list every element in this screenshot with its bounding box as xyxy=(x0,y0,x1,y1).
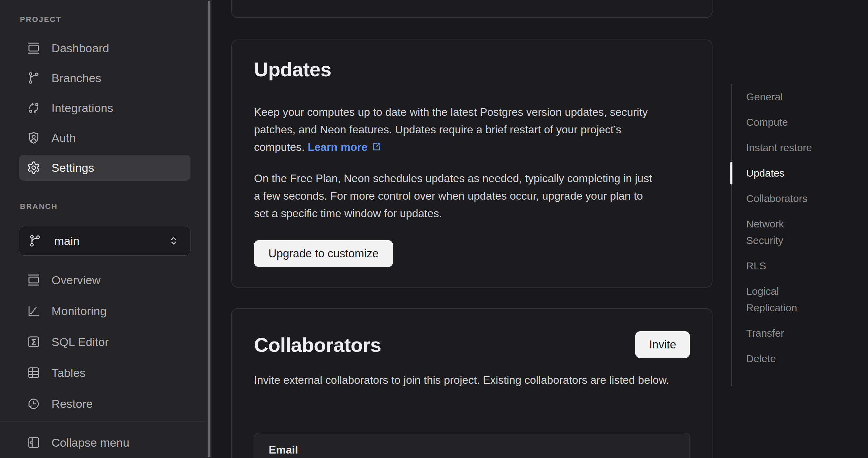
sidebar-item-dashboard[interactable]: Dashboard xyxy=(19,35,190,61)
sidebar-item-label: SQL Editor xyxy=(51,335,109,349)
project-sidebar: PROJECT Dashboard Branches Integrations … xyxy=(0,0,206,458)
sidebar-item-monitoring[interactable]: Monitoring xyxy=(19,298,190,324)
sidebar-item-integrations[interactable]: Integrations xyxy=(19,95,190,121)
branch-selector[interactable]: main xyxy=(19,226,190,256)
updates-card-title: Updates xyxy=(254,59,690,79)
chart-icon xyxy=(27,304,40,318)
updates-card: Updates Keep your computes up to date wi… xyxy=(231,40,713,288)
settings-nav-delete[interactable]: Delete xyxy=(746,350,822,367)
chevron-up-down-icon xyxy=(167,235,180,247)
sidebar-item-auth[interactable]: Auth xyxy=(19,125,190,151)
branch-nav-group: Overview Monitoring SQL Editor Tables Re… xyxy=(19,267,190,422)
settings-nav-logical-replication[interactable]: Logical Replication xyxy=(746,283,822,316)
project-nav-group: Dashboard Branches Integrations Auth Set… xyxy=(19,35,190,185)
previous-card-partial xyxy=(231,0,713,18)
window-icon xyxy=(27,41,40,55)
history-icon xyxy=(27,397,40,411)
settings-nav-rls[interactable]: RLS xyxy=(746,258,822,274)
sidebar-item-label: Branches xyxy=(51,71,101,85)
sidebar-scrollbar-track xyxy=(206,0,212,458)
sidebar-item-label: Auth xyxy=(51,131,76,145)
settings-nav-network-security[interactable]: Network Security xyxy=(746,216,822,249)
updates-description: Keep your computes up to date with the l… xyxy=(254,103,659,156)
sidebar-item-label: Dashboard xyxy=(51,42,109,55)
collaborators-description: Invite external collaborators to join th… xyxy=(254,371,690,389)
sidebar-item-label: Tables xyxy=(51,366,85,380)
settings-nav-general[interactable]: General xyxy=(746,89,822,105)
sync-icon xyxy=(27,101,40,115)
git-branch-icon xyxy=(28,234,42,248)
settings-section-nav: General Compute Instant restore Updates … xyxy=(731,84,834,386)
project-section-label: PROJECT xyxy=(20,15,61,24)
sidebar-item-tables[interactable]: Tables xyxy=(19,360,190,386)
sidebar-item-settings[interactable]: Settings xyxy=(19,155,190,181)
settings-nav-transfer[interactable]: Transfer xyxy=(746,325,822,342)
sidebar-item-label: Monitoring xyxy=(51,304,107,318)
collaborators-card-title: Collaborators xyxy=(254,335,690,355)
branch-section-label: BRANCH xyxy=(20,202,58,211)
settings-nav-compute[interactable]: Compute xyxy=(746,114,822,131)
collaborators-table: Email xyxy=(254,433,690,458)
sidebar-item-label: Integrations xyxy=(51,101,113,115)
sidebar-item-label: Restore xyxy=(51,397,93,411)
sidebar-item-restore[interactable]: Restore xyxy=(19,391,190,417)
window-icon xyxy=(27,273,40,287)
sidebar-item-branches[interactable]: Branches xyxy=(19,65,190,91)
updates-free-plan-note: On the Free Plan, Neon schedules updates… xyxy=(254,170,659,222)
collapse-menu-button[interactable]: Collapse menu xyxy=(19,429,190,456)
settings-content: Updates Keep your computes up to date wi… xyxy=(212,0,868,458)
learn-more-link[interactable]: Learn more xyxy=(308,141,382,153)
collaborators-table-email-header: Email xyxy=(269,444,690,456)
collaborators-card: Collaborators Invite Invite external col… xyxy=(231,308,713,458)
settings-nav-collaborators[interactable]: Collaborators xyxy=(746,190,822,207)
gear-icon xyxy=(27,161,40,175)
collapse-menu-label: Collapse menu xyxy=(51,436,129,449)
table-icon xyxy=(27,366,40,380)
git-branch-icon xyxy=(27,71,40,85)
sidebar-item-label: Settings xyxy=(51,161,94,175)
sidebar-item-label: Overview xyxy=(51,273,101,287)
shield-user-icon xyxy=(27,131,40,145)
sidebar-item-overview[interactable]: Overview xyxy=(19,267,190,293)
panel-collapse-icon xyxy=(27,436,40,449)
sidebar-item-sql-editor[interactable]: SQL Editor xyxy=(19,329,190,355)
settings-nav-instant-restore[interactable]: Instant restore xyxy=(746,139,822,156)
settings-nav-updates[interactable]: Updates xyxy=(746,165,822,181)
invite-button[interactable]: Invite xyxy=(635,331,690,358)
external-link-icon xyxy=(371,141,382,152)
upgrade-to-customize-button[interactable]: Upgrade to customize xyxy=(254,240,393,267)
branch-selector-value: main xyxy=(54,234,80,248)
sidebar-scrollbar-thumb[interactable] xyxy=(208,1,210,457)
sidebar-divider xyxy=(0,421,212,422)
sigma-box-icon xyxy=(27,335,40,349)
